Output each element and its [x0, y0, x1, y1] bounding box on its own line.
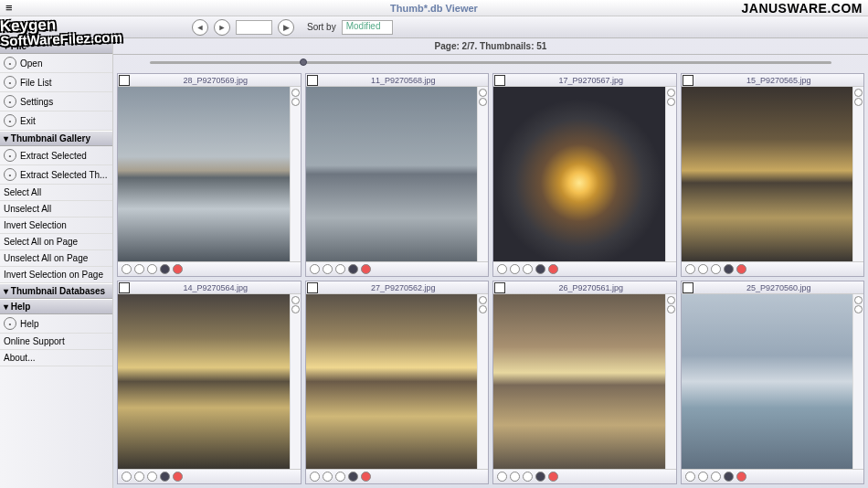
thumbnail-image[interactable]: [493, 87, 665, 261]
thumb-action-button[interactable]: [160, 472, 170, 482]
nav-forward-button[interactable]: ►: [214, 19, 230, 36]
sidebar-item[interactable]: Unselect All: [0, 201, 112, 217]
thumb-action-button[interactable]: [510, 264, 520, 274]
thumb-action-button[interactable]: [535, 264, 545, 274]
thumb-action-button[interactable]: [736, 264, 746, 274]
thumb-action-button[interactable]: [361, 472, 371, 482]
sidebar-item[interactable]: Online Support: [0, 334, 112, 350]
thumbnail-checkbox[interactable]: [307, 75, 318, 86]
thumb-action-button[interactable]: [535, 472, 545, 482]
thumbnail-checkbox[interactable]: [307, 282, 318, 293]
thumb-action-button[interactable]: [736, 472, 746, 482]
thumb-action-button[interactable]: [335, 472, 345, 482]
thumb-side-button[interactable]: [291, 89, 300, 97]
menu-icon[interactable]: ≡: [0, 1, 18, 15]
thumb-action-button[interactable]: [335, 264, 345, 274]
thumbnail-filename: 26_P9270561.jpg: [506, 283, 676, 292]
sidebar-item[interactable]: Select All on Page: [0, 234, 112, 250]
sidebar-item[interactable]: •Extract Selected: [0, 146, 112, 165]
thumb-side-button[interactable]: [667, 305, 675, 313]
thumbnail-image[interactable]: [682, 87, 853, 261]
sidebar-item[interactable]: About...: [0, 350, 112, 366]
thumbnail-image[interactable]: [682, 294, 853, 469]
thumb-side-button[interactable]: [479, 98, 487, 106]
thumb-action-button[interactable]: [711, 264, 721, 274]
thumb-action-button[interactable]: [147, 264, 157, 274]
sidebar-item[interactable]: •Extract Selected Th...: [0, 165, 112, 185]
thumb-action-button[interactable]: [173, 264, 183, 274]
thumb-side-button[interactable]: [667, 296, 675, 304]
nav-back-button[interactable]: ◄: [192, 19, 208, 36]
thumb-action-button[interactable]: [310, 264, 320, 274]
sidebar-section-header[interactable]: ▾ Thumbnail Databases: [0, 283, 112, 299]
sidebar-section-header[interactable]: ▾ File: [0, 38, 112, 54]
sidebar-item[interactable]: •Exit: [0, 111, 112, 131]
sidebar-item[interactable]: •Open: [0, 54, 112, 73]
sort-select[interactable]: Modified: [342, 20, 393, 35]
thumb-action-button[interactable]: [685, 264, 695, 274]
thumb-side-button[interactable]: [854, 89, 863, 97]
thumbnail-image[interactable]: [118, 87, 290, 261]
thumb-side-button[interactable]: [854, 305, 863, 313]
sidebar-item[interactable]: Select All: [0, 185, 112, 201]
sidebar-item[interactable]: Invert Selection on Page: [0, 267, 112, 283]
thumb-action-button[interactable]: [310, 472, 320, 482]
thumbnail-image[interactable]: [118, 294, 290, 469]
thumb-side-button[interactable]: [291, 296, 300, 304]
sidebar-section-header[interactable]: ▾ Help: [0, 299, 112, 314]
thumbnail-checkbox[interactable]: [119, 282, 130, 293]
thumb-action-button[interactable]: [523, 264, 533, 274]
thumb-side-button[interactable]: [479, 89, 487, 97]
thumb-action-button[interactable]: [548, 264, 558, 274]
sidebar-item[interactable]: Unselect All on Page: [0, 250, 112, 267]
thumb-action-button[interactable]: [523, 472, 533, 482]
thumb-side-button[interactable]: [854, 296, 863, 304]
thumb-side-button[interactable]: [667, 98, 675, 106]
thumbnail-image[interactable]: [493, 294, 665, 469]
thumb-action-button[interactable]: [711, 472, 721, 482]
thumb-action-button[interactable]: [173, 472, 183, 482]
thumb-action-button[interactable]: [147, 472, 157, 482]
thumb-action-button[interactable]: [361, 264, 371, 274]
thumbnail-cell: 15_P9270565.jpg: [681, 73, 865, 277]
thumb-side-button[interactable]: [291, 98, 300, 106]
thumb-action-button[interactable]: [348, 264, 358, 274]
thumb-action-button[interactable]: [323, 472, 333, 482]
thumbnail-checkbox[interactable]: [683, 282, 693, 293]
sidebar-section-header[interactable]: ▾ Thumbnail Gallery: [0, 131, 112, 146]
sidebar-item[interactable]: •File List: [0, 73, 112, 92]
thumb-action-button[interactable]: [698, 472, 708, 482]
thumb-action-button[interactable]: [548, 472, 558, 482]
thumbnail-checkbox[interactable]: [683, 75, 693, 86]
sidebar-item[interactable]: •Help: [0, 314, 112, 334]
thumb-side-button[interactable]: [479, 305, 487, 313]
thumb-side-button[interactable]: [479, 296, 487, 304]
sidebar-item[interactable]: Invert Selection: [0, 217, 112, 234]
thumbnail-image[interactable]: [306, 87, 478, 261]
thumb-action-button[interactable]: [698, 264, 708, 274]
page-input[interactable]: [236, 20, 272, 35]
thumb-action-button[interactable]: [323, 264, 333, 274]
thumb-side-button[interactable]: [291, 305, 300, 313]
thumb-side-button[interactable]: [667, 89, 675, 97]
thumb-action-button[interactable]: [724, 264, 734, 274]
thumb-side-button[interactable]: [854, 98, 863, 106]
thumb-action-button[interactable]: [134, 264, 144, 274]
thumb-action-button[interactable]: [724, 472, 734, 482]
thumb-action-button[interactable]: [348, 472, 358, 482]
thumb-action-button[interactable]: [122, 264, 132, 274]
thumb-action-button[interactable]: [497, 472, 507, 482]
thumb-action-button[interactable]: [510, 472, 520, 482]
thumb-action-button[interactable]: [497, 264, 507, 274]
sidebar-item[interactable]: •Settings: [0, 92, 112, 111]
thumb-action-button[interactable]: [134, 472, 144, 482]
thumb-action-button[interactable]: [122, 472, 132, 482]
thumb-action-button[interactable]: [685, 472, 695, 482]
thumbnail-checkbox[interactable]: [494, 282, 505, 293]
thumbnail-image[interactable]: [306, 294, 478, 469]
page-slider[interactable]: [113, 55, 868, 69]
go-button[interactable]: ▶: [278, 19, 294, 36]
thumb-action-button[interactable]: [160, 264, 170, 274]
thumbnail-checkbox[interactable]: [119, 75, 130, 86]
thumbnail-checkbox[interactable]: [494, 75, 505, 86]
